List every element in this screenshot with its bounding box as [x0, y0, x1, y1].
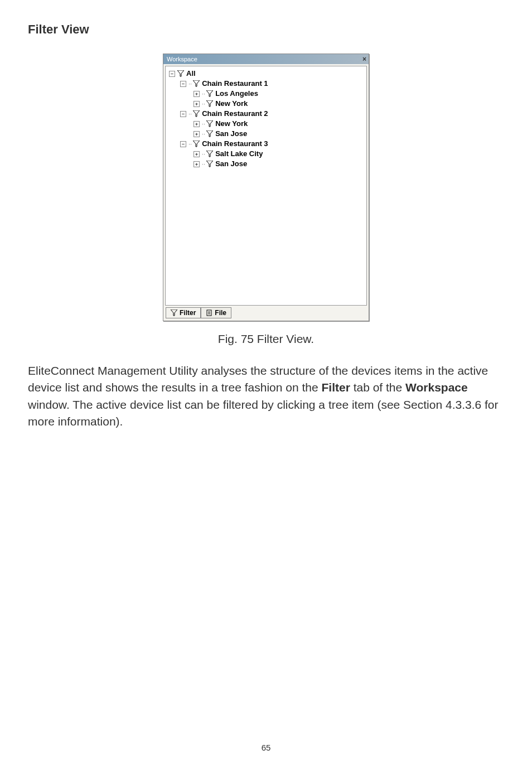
tree-node-label: New York: [215, 99, 248, 109]
tree-node[interactable]: +··San Jose: [167, 129, 365, 139]
tree-node[interactable]: −··Chain Restaurant 3: [167, 139, 365, 149]
tree-node-label: San Jose: [215, 129, 247, 139]
funnel-icon: [206, 90, 213, 97]
tree-connector: ··: [188, 109, 192, 119]
page-number: 65: [28, 743, 504, 752]
tree-node[interactable]: +··New York: [167, 119, 365, 129]
svg-marker-8: [206, 151, 213, 157]
tab-label: File: [215, 309, 226, 317]
tree-node-label: Chain Restaurant 1: [202, 79, 268, 89]
funnel-icon: [177, 70, 184, 77]
figure-container: Workspace × − All −··Chain Restaurant 1+…: [28, 54, 504, 321]
svg-marker-10: [171, 309, 177, 316]
funnel-icon: [206, 151, 213, 157]
expander-icon[interactable]: +: [194, 161, 200, 167]
body-bold-filter: Filter: [321, 381, 350, 394]
expander-icon[interactable]: −: [180, 111, 186, 117]
funnel-icon: [193, 110, 200, 117]
body-paragraph: EliteConnect Management Utility analyses…: [28, 362, 504, 430]
svg-marker-9: [206, 161, 213, 167]
tree-node-label: San Jose: [215, 159, 247, 169]
expander-icon[interactable]: +: [194, 151, 200, 157]
tree-node[interactable]: −··Chain Restaurant 1: [167, 79, 365, 89]
tree-panel: − All −··Chain Restaurant 1+··Los Angele…: [165, 66, 367, 306]
svg-marker-4: [193, 110, 200, 117]
tree-node[interactable]: +··Los Angeles: [167, 89, 365, 99]
svg-marker-7: [193, 141, 200, 147]
tree-node-label: New York: [215, 119, 248, 129]
expander-icon[interactable]: −: [180, 81, 186, 87]
tree-node-label: Chain Restaurant 3: [202, 139, 268, 149]
close-icon[interactable]: ×: [362, 55, 366, 63]
tree-connector: ··: [202, 89, 205, 99]
section-heading: Filter View: [28, 22, 504, 37]
tree-node-label: All: [186, 69, 196, 79]
tree-node[interactable]: +··Salt Lake City: [167, 149, 365, 159]
tree-connector: ··: [202, 159, 205, 169]
svg-marker-2: [206, 90, 213, 96]
svg-marker-0: [177, 70, 184, 76]
expander-icon[interactable]: +: [194, 131, 200, 137]
tab-filter[interactable]: Filter: [166, 307, 201, 318]
tree-connector: ··: [202, 99, 205, 109]
funnel-icon: [206, 130, 213, 137]
svg-marker-5: [206, 120, 213, 127]
funnel-icon: [171, 309, 177, 316]
tree-connector: ··: [202, 119, 205, 129]
funnel-icon: [206, 120, 213, 127]
document-icon: [206, 309, 212, 316]
expander-icon[interactable]: +: [194, 121, 200, 127]
body-text-segment: tab of the: [350, 381, 405, 394]
tree-connector: ··: [202, 149, 205, 159]
workspace-window: Workspace × − All −··Chain Restaurant 1+…: [163, 54, 369, 321]
window-title: Workspace: [166, 56, 197, 62]
body-text-segment: window. The active device list can be fi…: [28, 398, 499, 428]
tree-node-label: Los Angeles: [215, 89, 258, 99]
tree-node-label: Chain Restaurant 2: [202, 109, 268, 119]
expander-icon[interactable]: +: [194, 91, 200, 97]
expander-icon[interactable]: −: [180, 141, 186, 147]
tree-node-root[interactable]: − All: [167, 69, 365, 79]
tree-connector: ··: [188, 139, 192, 149]
body-bold-workspace: Workspace: [405, 381, 468, 394]
expander-icon[interactable]: −: [169, 71, 175, 77]
svg-marker-6: [206, 130, 213, 137]
funnel-icon: [206, 100, 213, 107]
funnel-icon: [193, 80, 200, 87]
funnel-icon: [206, 161, 213, 167]
tab-file[interactable]: File: [201, 307, 231, 318]
svg-marker-3: [206, 100, 213, 107]
tab-bar: Filter File: [163, 307, 369, 321]
figure-caption: Fig. 75 Filter View.: [28, 332, 504, 346]
tree-node-label: Salt Lake City: [215, 149, 263, 159]
tree-connector: ··: [188, 79, 192, 89]
tree-node[interactable]: −··Chain Restaurant 2: [167, 109, 365, 119]
window-titlebar: Workspace ×: [163, 54, 369, 64]
tree-node[interactable]: +··New York: [167, 99, 365, 109]
svg-marker-1: [193, 80, 200, 86]
tree-connector: ··: [202, 129, 205, 139]
tree-node[interactable]: +··San Jose: [167, 159, 365, 169]
expander-icon[interactable]: +: [194, 101, 200, 107]
tab-label: Filter: [180, 309, 196, 317]
funnel-icon: [193, 141, 200, 147]
